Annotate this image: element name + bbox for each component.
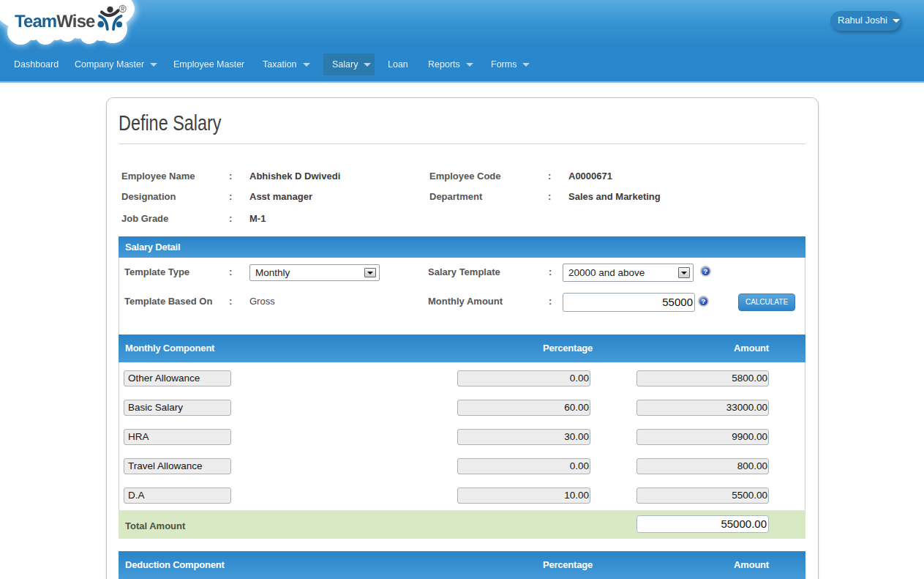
svg-text:TeamWise: TeamWise <box>15 11 95 31</box>
